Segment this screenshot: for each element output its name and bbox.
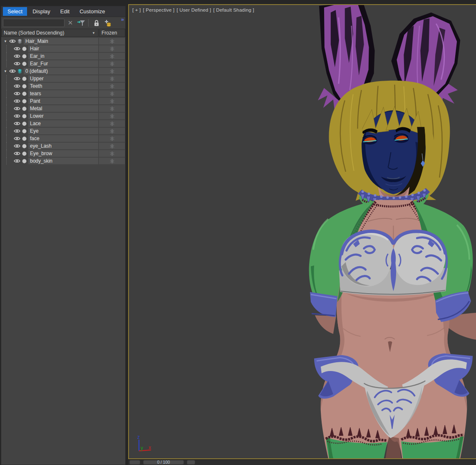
column-header-frozen[interactable]: Frozen (99, 29, 125, 37)
row-label[interactable]: Hair_Main (24, 38, 98, 45)
table-row[interactable]: Teeth (1, 82, 125, 90)
frozen-toggle[interactable] (99, 150, 125, 157)
frozen-toggle[interactable] (99, 158, 125, 164)
row-label[interactable]: Metal (28, 105, 98, 112)
add-layer-icon[interactable] (102, 18, 112, 27)
viewport-menu-general[interactable]: [ + ] (132, 7, 141, 12)
visibility-eye-icon[interactable] (14, 129, 20, 133)
visibility-eye-icon[interactable] (9, 69, 16, 73)
viewport-menu-shading[interactable]: [ Default Shading ] (213, 7, 254, 12)
viewport[interactable]: z y x [ + ] [ Perspective ] [ User Defin… (128, 4, 476, 459)
row-label[interactable]: Ear_in (28, 53, 98, 59)
frozen-toggle[interactable] (99, 135, 125, 142)
app-window: Select Display Edit Customize ✕ (0, 0, 476, 465)
viewport-3d-scene[interactable]: z y x (129, 5, 476, 458)
frozen-toggle[interactable] (99, 83, 125, 89)
frozen-toggle[interactable] (99, 38, 125, 45)
frozen-toggle[interactable] (99, 45, 125, 52)
frozen-toggle[interactable] (99, 68, 125, 74)
object-type-icon (22, 54, 27, 59)
expand-toggle-icon[interactable]: ▼ (2, 69, 8, 73)
filter-icon[interactable] (76, 18, 86, 27)
viewport-menu-pov[interactable]: [ Perspective ] (143, 7, 175, 12)
frozen-toggle[interactable] (99, 75, 125, 82)
frozen-toggle[interactable] (99, 113, 125, 119)
visibility-eye-icon[interactable] (14, 114, 20, 118)
viewport-menu-view[interactable]: [ User Defined ] (176, 7, 211, 12)
table-row[interactable]: Lower (1, 112, 125, 120)
time-slider-strip: 0 / 100 (128, 460, 476, 465)
object-type-icon (22, 99, 27, 104)
axis-y-label: y (141, 445, 143, 451)
menu-edit[interactable]: Edit (56, 7, 74, 16)
expand-toolbar-icon[interactable]: » (121, 16, 124, 22)
row-label[interactable]: Ear_Fur (28, 60, 98, 67)
visibility-eye-icon[interactable] (14, 151, 20, 156)
row-label[interactable]: Lower (28, 113, 98, 119)
table-row[interactable]: Lace (1, 120, 125, 127)
frozen-toggle[interactable] (99, 60, 125, 67)
table-row[interactable]: Eye (1, 127, 125, 135)
table-row[interactable]: Metal (1, 105, 125, 112)
visibility-eye-icon[interactable] (14, 84, 20, 88)
visibility-eye-icon[interactable] (14, 54, 20, 58)
table-row[interactable]: face (1, 135, 125, 142)
time-slider-prev-button[interactable] (129, 460, 140, 465)
row-label[interactable]: Pant (28, 98, 98, 104)
toolbar-divider (88, 19, 89, 27)
menu-display[interactable]: Display (28, 7, 55, 16)
visibility-eye-icon[interactable] (14, 62, 20, 66)
visibility-eye-icon[interactable] (14, 121, 20, 126)
sort-arrow-icon[interactable]: ▼ (92, 31, 95, 35)
search-input[interactable] (3, 19, 64, 27)
visibility-eye-icon[interactable] (14, 92, 20, 96)
menu-customize[interactable]: Customize (75, 7, 109, 16)
row-label[interactable]: Lace (28, 120, 98, 127)
visibility-eye-icon[interactable] (14, 136, 20, 141)
time-slider-track[interactable]: 0 / 100 (143, 460, 184, 465)
frozen-toggle[interactable] (99, 90, 125, 97)
frozen-toggle[interactable] (99, 105, 125, 112)
frozen-toggle[interactable] (99, 53, 125, 59)
table-row[interactable]: ▼ Hair_Main (1, 37, 125, 45)
table-row[interactable]: body_skin (1, 157, 125, 165)
clear-search-icon[interactable]: ✕ (65, 18, 75, 27)
lock-icon[interactable] (92, 18, 102, 27)
row-label[interactable]: eye_Lash (28, 143, 98, 149)
time-slider-next-button[interactable] (187, 460, 195, 465)
visibility-eye-icon[interactable] (14, 77, 20, 81)
table-row[interactable]: Ear_in (1, 52, 125, 60)
row-label[interactable]: Eye (28, 128, 98, 134)
table-row[interactable]: Hair (1, 45, 125, 52)
frozen-toggle[interactable] (99, 120, 125, 127)
frozen-toggle[interactable] (99, 98, 125, 104)
table-row[interactable]: eye_Lash (1, 142, 125, 150)
table-row[interactable]: Pant (1, 97, 125, 105)
table-row[interactable]: Upper (1, 75, 125, 82)
frozen-toggle[interactable] (99, 143, 125, 149)
visibility-eye-icon[interactable] (14, 99, 20, 103)
expand-toggle-icon[interactable]: ▼ (2, 40, 8, 43)
menu-select[interactable]: Select (3, 7, 27, 16)
row-label[interactable]: Upper (28, 75, 98, 82)
table-row[interactable]: ▼ 0 (default) (1, 67, 125, 75)
table-row[interactable]: Eye_brow (1, 150, 125, 157)
visibility-eye-icon[interactable] (14, 144, 20, 148)
tree-line (6, 52, 13, 60)
row-label[interactable]: tears (28, 90, 98, 97)
row-label[interactable]: Teeth (28, 83, 98, 89)
visibility-eye-icon[interactable] (14, 47, 20, 51)
object-type-icon (22, 143, 27, 149)
column-header-name[interactable]: Name (Sorted Descending) ▼ (1, 29, 99, 37)
visibility-eye-icon[interactable] (14, 106, 20, 111)
visibility-eye-icon[interactable] (9, 39, 16, 43)
table-row[interactable]: tears (1, 90, 125, 97)
row-label[interactable]: 0 (default) (24, 68, 98, 74)
row-label[interactable]: body_skin (28, 158, 98, 164)
table-row[interactable]: Ear_Fur (1, 60, 125, 67)
row-label[interactable]: face (28, 135, 98, 142)
frozen-toggle[interactable] (99, 128, 125, 134)
row-label[interactable]: Eye_brow (28, 150, 98, 157)
row-label[interactable]: Hair (28, 45, 98, 52)
visibility-eye-icon[interactable] (14, 159, 20, 163)
